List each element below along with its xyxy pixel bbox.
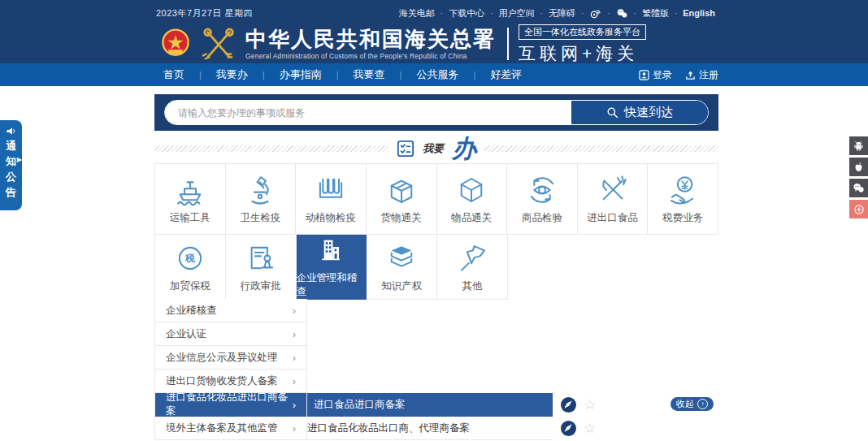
masthead: 2023年7月27日 星期四 海关电邮· 下载中心· 用户空间· 无障碍· · … xyxy=(0,0,868,63)
category-health-quarantine[interactable]: 卫生检疫 xyxy=(226,163,297,235)
test-tubes-icon xyxy=(314,173,348,207)
category-animal-plant-quarantine[interactable]: 动植物检疫 xyxy=(296,163,367,235)
hatch-line-left xyxy=(154,145,388,152)
service-food-cosmetics-exporter-agent-filing[interactable]: 进口食品化妆品出口商、代理商备案 xyxy=(307,417,553,440)
speaker-icon xyxy=(6,126,16,136)
weibo-icon[interactable] xyxy=(589,7,601,19)
tax-hand-icon xyxy=(666,173,700,207)
star-icon[interactable]: ☆ xyxy=(584,422,596,435)
hatch-line-right xyxy=(484,145,718,152)
float-buttons xyxy=(849,136,868,218)
national-emblem xyxy=(158,26,193,62)
search-icon xyxy=(606,106,618,119)
wechat-public-button[interactable] xyxy=(849,179,868,197)
nav-i-want-to-query[interactable]: 我要查 xyxy=(350,67,388,82)
login-button[interactable]: 登录 xyxy=(639,68,672,82)
back-icon xyxy=(853,204,865,215)
platform-name: 互联网+海关 xyxy=(519,42,646,65)
category-administrative-approval[interactable]: 行政审批 xyxy=(226,235,297,300)
compass-icon[interactable] xyxy=(561,421,576,436)
title-divider xyxy=(507,28,509,60)
category-intellectual-property[interactable]: 知识产权 xyxy=(367,235,437,300)
category-commodity-inspection[interactable]: 商品检验 xyxy=(507,163,578,235)
section-title-prefix: 我要 xyxy=(423,141,444,156)
android-app-button[interactable] xyxy=(849,136,868,155)
nav-rating[interactable]: 好差评 xyxy=(487,67,525,82)
category-grid: 运输工具 卫生检疫 动植物检疫 货物通关 物品通关 商品检验 xyxy=(154,163,718,300)
login-icon xyxy=(639,70,649,80)
wechat-icon[interactable] xyxy=(616,7,628,19)
category-cargo-clearance[interactable]: 货物通关 xyxy=(367,163,437,235)
search-input[interactable] xyxy=(165,101,571,124)
link-accessibility[interactable]: 无障碍 xyxy=(549,7,575,19)
nav-home[interactable]: 首页 xyxy=(160,67,188,82)
service-row: 进口食品进口商备案 ☆ xyxy=(307,393,718,417)
chevron-right-icon: › xyxy=(293,328,296,340)
category-enterprise-management[interactable]: 企业管理和稽查 xyxy=(297,235,367,300)
service-row: 进口食品化妆品出口商、代理商备案 ☆ xyxy=(307,417,718,440)
category-tax-business[interactable]: 税费业务 xyxy=(648,163,718,235)
building-icon xyxy=(314,235,348,267)
checklist-icon xyxy=(397,140,414,158)
inspection-eye-icon xyxy=(525,173,559,207)
search-band: 快速到达 xyxy=(154,94,718,131)
main-nav: 首页| 我要办| 办事指南| 我要查| 公共服务| 好差评 登录 注册 xyxy=(0,63,868,86)
utensils-icon xyxy=(596,173,630,207)
collapse-button[interactable]: 收起 ↑ xyxy=(671,397,714,411)
notice-announcement-tab[interactable]: 通知公告 ▶ xyxy=(0,120,22,210)
submenu-enterprise-certification[interactable]: 企业认证› xyxy=(155,322,306,346)
customs-portal-page: 2023年7月27日 星期四 海关电邮· 下载中心· 用户空间· 无障碍· · … xyxy=(0,0,868,441)
notice-tab-label: 通知公告 xyxy=(6,139,16,200)
pin-icon xyxy=(455,241,489,275)
category-articles-clearance[interactable]: 物品通关 xyxy=(437,163,508,235)
star-icon[interactable]: ☆ xyxy=(584,398,596,412)
svg-text:税: 税 xyxy=(184,253,195,264)
expand-right-icon: ▶ xyxy=(17,156,22,163)
cube-icon xyxy=(454,173,488,207)
wechat-icon xyxy=(853,182,865,194)
search-pill: 快速到达 xyxy=(164,100,709,125)
category-import-export-food[interactable]: 进出口食品 xyxy=(578,163,649,235)
section-heading: 我要 办 xyxy=(154,136,718,161)
nav-i-want-to-apply[interactable]: 我要办 xyxy=(213,67,251,82)
utility-bar: 2023年7月27日 星期四 海关电邮· 下载中心· 用户空间· 无障碍· · … xyxy=(0,0,868,24)
section-title-main: 办 xyxy=(452,136,476,161)
site-title-en: General Administration of Customs of the… xyxy=(245,53,496,60)
register-button[interactable]: 注册 xyxy=(685,68,718,82)
collapse-up-icon: ↑ xyxy=(697,399,708,409)
submenu-enterprise-info-disclosure[interactable]: 企业信息公示及异议处理› xyxy=(155,346,306,370)
category-other[interactable]: 其他 xyxy=(437,235,508,300)
link-traditional-chinese[interactable]: 繁體版 xyxy=(642,7,669,19)
link-english[interactable]: English xyxy=(683,8,715,18)
current-date: 2023年7月27日 星期四 xyxy=(156,7,253,19)
link-download-center[interactable]: 下载中心 xyxy=(449,7,484,19)
submenu-food-cosmetics-trader-filing[interactable]: 进口食品化妆品进出口商备案› xyxy=(155,393,306,417)
link-user-space[interactable]: 用户空间 xyxy=(499,7,535,19)
quick-search-button[interactable]: 快速到达 xyxy=(571,101,708,124)
service-import-food-importer-filing[interactable]: 进口食品进口商备案 xyxy=(307,393,553,417)
ios-app-button[interactable] xyxy=(849,158,868,176)
microscope-icon xyxy=(243,173,277,207)
compass-icon[interactable] xyxy=(561,397,576,413)
link-customs-email[interactable]: 海关电邮 xyxy=(399,7,435,19)
category-transport[interactable]: 运输工具 xyxy=(154,163,226,235)
submenu-consignee-consignor-filing[interactable]: 进出口货物收发货人备案› xyxy=(155,370,306,393)
crossed-keys-icon xyxy=(200,26,237,62)
category-processing-trade[interactable]: 税 加贸保税 xyxy=(154,235,226,300)
chevron-right-icon: › xyxy=(293,422,296,435)
site-title: 中华人民共和国海关总署 General Administration of Cu… xyxy=(245,28,496,60)
submenu-enterprise-audit[interactable]: 企业稽核查› xyxy=(155,299,306,322)
brand-row: 中华人民共和国海关总署 General Administration of Cu… xyxy=(0,24,868,63)
submenu-overseas-entity-filing[interactable]: 境外主体备案及其他监管› xyxy=(155,417,306,440)
chevron-right-icon: › xyxy=(293,375,296,387)
package-icon xyxy=(384,173,419,207)
books-icon xyxy=(384,241,419,275)
android-icon xyxy=(853,140,865,152)
collapse-sidebar-button[interactable] xyxy=(849,200,868,218)
platform-badge: 全国一体化在线政务服务平台 xyxy=(519,24,646,40)
nav-service-guide[interactable]: 办事指南 xyxy=(276,67,325,82)
nav-public-services[interactable]: 公共服务 xyxy=(413,67,462,82)
chevron-right-icon: › xyxy=(293,352,296,364)
enterprise-submenu: 企业稽核查› 企业认证› 企业信息公示及异议处理› 进出口货物收发货人备案› 进… xyxy=(154,299,307,440)
apple-icon xyxy=(853,161,865,173)
